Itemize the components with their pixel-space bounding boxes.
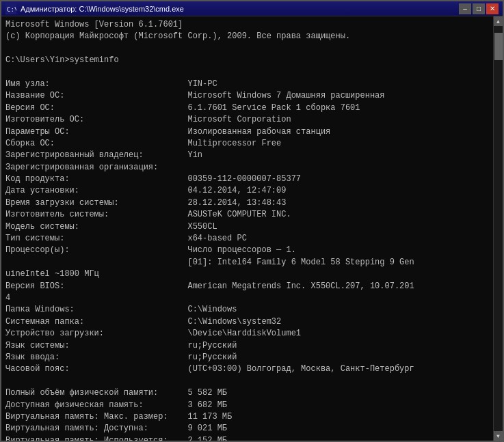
scroll-track[interactable] <box>494 26 503 431</box>
console-line: Виртуальная память: Макс. размер: 11 173… <box>5 411 489 423</box>
console-line: Изготовитель ОС: Microsoft Corporation <box>5 114 489 126</box>
console-line: Устройство загрузки: \Device\HarddiskVol… <box>5 328 489 340</box>
console-line: Виртуальная память: Используется: 2 152 … <box>5 435 489 441</box>
window-controls: – □ ✕ <box>459 3 499 14</box>
svg-text:C:\: C:\ <box>7 6 16 13</box>
console-output[interactable]: Microsoft Windows [Version 6.1.7601](c) … <box>1 16 493 441</box>
close-button[interactable]: ✕ <box>486 3 499 14</box>
console-line: Тип системы: x64-based PC <box>5 233 489 245</box>
console-line: Зарегистрированный владелец: Yin <box>5 150 489 161</box>
console-line: Время загрузки системы: 28.12.2014, 13:4… <box>5 197 489 209</box>
console-line: Зарегистрированная организация: <box>5 162 489 174</box>
console-body: Microsoft Windows [Version 6.1.7601](c) … <box>1 16 503 441</box>
scroll-up-arrow[interactable]: ▲ <box>494 16 503 26</box>
title-bar: C:\ Администратор: C:\Windows\system32\c… <box>1 1 503 16</box>
console-line: (c) Корпорация Майкрософт (Microsoft Cor… <box>5 31 489 42</box>
console-line: Язык ввода: ru;Русский <box>5 352 489 363</box>
console-line: Код продукта: 00359-112-0000007-85377 <box>5 174 489 185</box>
console-line: Язык системы: ru;Русский <box>5 340 489 352</box>
cmd-icon: C:\ <box>5 3 16 14</box>
console-line: Версия ОС: 6.1.7601 Service Pack 1 сборк… <box>5 102 489 114</box>
scroll-down-arrow[interactable]: ▼ <box>494 431 503 441</box>
scroll-thumb[interactable] <box>494 33 503 60</box>
console-line: Процессор(ы): Число процессоров — 1. <box>5 245 489 256</box>
console-line <box>5 376 489 387</box>
console-line: Сборка ОС: Multiprocessor Free <box>5 138 489 150</box>
console-line: Версия BIOS: American Megatrends Inc. X5… <box>5 281 489 292</box>
console-line: Microsoft Windows [Version 6.1.7601] <box>5 19 489 31</box>
console-line: Название ОС: Microsoft Windows 7 Домашня… <box>5 90 489 102</box>
console-line: Виртуальная память: Доступна: 9 021 МБ <box>5 423 489 434</box>
console-line: Модель системы: X550CL <box>5 221 489 233</box>
console-line: Имя узла: YIN-PC <box>5 79 489 90</box>
console-line: Параметры ОС: Изолированная рабочая стан… <box>5 126 489 138</box>
console-line: uineIntel ~1800 МГц <box>5 268 489 280</box>
console-line: C:\Users\Yin>systeminfo <box>5 55 489 66</box>
console-line: Полный объём физической памяти: 5 582 МБ <box>5 387 489 399</box>
console-line: Дата установки: 04.12.2014, 12:47:09 <box>5 185 489 197</box>
minimize-button[interactable]: – <box>459 3 471 14</box>
maximize-button[interactable]: □ <box>473 3 485 14</box>
console-line: Системная папка: C:\Windows\system32 <box>5 316 489 328</box>
console-line: Часовой пояс: (UTC+03:00) Волгоград, Мос… <box>5 363 489 375</box>
console-line: Доступная физическая память: 3 682 МБ <box>5 400 489 411</box>
console-line: [01]: Intel64 Family 6 Model 58 Stepping… <box>5 257 489 268</box>
console-line <box>5 43 489 55</box>
cmd-window: C:\ Администратор: C:\Windows\system32\c… <box>0 0 504 442</box>
console-line: 4 <box>5 292 489 304</box>
scrollbar[interactable]: ▲ ▼ <box>493 16 503 441</box>
console-line: Папка Windows: C:\Windows <box>5 304 489 316</box>
console-line: Изготовитель системы: ASUSTeK COMPUTER I… <box>5 209 489 221</box>
console-line <box>5 67 489 79</box>
console-text: Microsoft Windows [Version 6.1.7601](c) … <box>5 19 489 441</box>
window-title: Администратор: C:\Windows\system32\cmd.e… <box>21 5 459 13</box>
